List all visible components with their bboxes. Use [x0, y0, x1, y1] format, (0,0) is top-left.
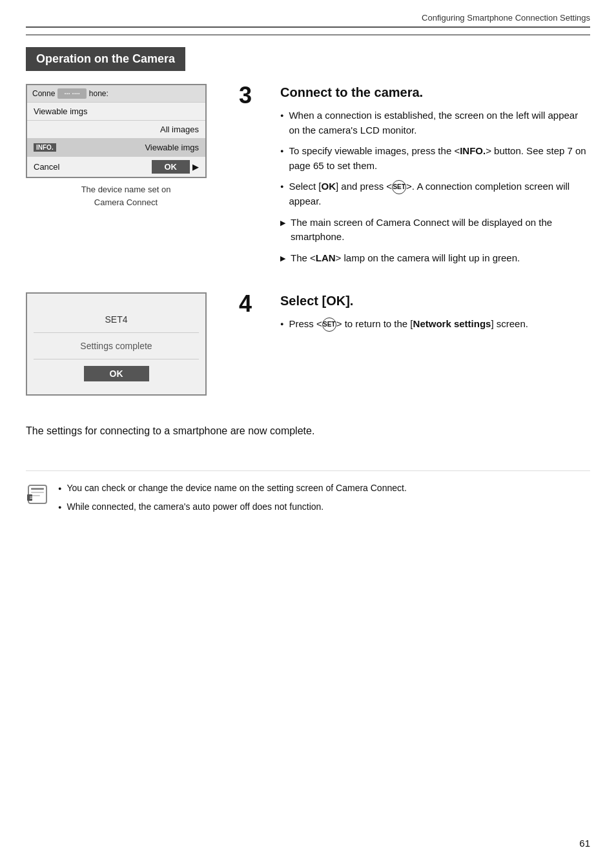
settings-ok-button: OK: [84, 366, 149, 381]
note-content: You can check or change the device name …: [58, 481, 590, 519]
step-4-number: 4: [239, 292, 262, 316]
svg-rect-2: [31, 492, 44, 493]
lan-text: LAN: [316, 252, 336, 263]
page-header: Configuring Smartphone Connection Settin…: [26, 13, 590, 28]
note-box: ≡ You can check or change the device nam…: [26, 470, 590, 519]
title-prefix: Conne: [32, 89, 55, 98]
bullet-3-3: Select [OK] and press <SET>. A connectio…: [280, 179, 590, 209]
svg-text:≡: ≡: [30, 495, 33, 501]
camera-screen-mockup: Conne ··· ···· hone: Viewable imgs All i…: [26, 84, 207, 178]
step-3-number: 3: [239, 84, 262, 107]
camera-screen-footer: Cancel OK ▶: [27, 156, 205, 177]
note-item-1: You can check or change the device name …: [58, 481, 590, 495]
step-3-title: Connect to the camera.: [280, 84, 590, 101]
settings-screen-mockup: SET4 Settings complete OK: [26, 292, 207, 396]
camera-screen-caption: The device name set on Camera Connect: [26, 183, 226, 208]
info-viewable-row: INFO. Viewable imgs: [27, 138, 205, 156]
bullet-4-1: Press <SET> to return to the [Network se…: [280, 317, 590, 332]
summary-text: The settings for connecting to a smartph…: [26, 423, 590, 439]
info-badge: INFO.: [34, 143, 56, 152]
step-3-right: Connect to the camera. When a connection…: [280, 84, 590, 272]
section-title: Operation on the Camera: [26, 47, 185, 71]
camera-screen-title-bar: Conne ··· ···· hone:: [27, 85, 205, 102]
step-4-right: Select [OK]. Press <SET> to return to th…: [280, 292, 590, 338]
step-3-bullets: When a connection is established, the sc…: [280, 108, 590, 265]
device-name-bar: ··· ····: [57, 88, 86, 99]
step-4-left: SET4 Settings complete OK: [26, 292, 226, 396]
set-icon-2: SET: [322, 318, 336, 332]
set-icon-1: SET: [392, 180, 406, 194]
bullet-3-5: The <LAN> lamp on the camera will light …: [280, 251, 590, 266]
step-3-left: Conne ··· ···· hone: Viewable imgs All i…: [26, 84, 226, 208]
step-4-bullets: Press <SET> to return to the [Network se…: [280, 317, 590, 332]
note-item-2: While connected, the camera's auto power…: [58, 500, 590, 514]
step-4: SET4 Settings complete OK 4 Select [OK].…: [26, 292, 590, 396]
ok-button-screen: OK: [152, 160, 190, 174]
title-suffix: hone:: [89, 89, 108, 98]
bullet-3-4: The main screen of Camera Connect will b…: [280, 216, 590, 245]
header-title: Configuring Smartphone Connection Settin…: [422, 13, 590, 23]
page-number: 61: [579, 838, 590, 849]
step-4-title: Select [OK].: [280, 292, 590, 309]
svg-rect-1: [31, 488, 44, 490]
note-icon: ≡: [26, 483, 49, 506]
bullet-3-1: When a connection is established, the sc…: [280, 108, 590, 137]
viewable-imgs-row: Viewable imgs: [27, 102, 205, 120]
note-list: You can check or change the device name …: [58, 481, 590, 514]
step-3: Conne ··· ···· hone: Viewable imgs All i…: [26, 84, 590, 272]
settings-ok-row: OK: [34, 359, 199, 388]
all-images-row: All images: [27, 120, 205, 138]
settings-name: SET4: [34, 307, 199, 333]
bullet-3-2: To specify viewable images, press the <I…: [280, 144, 590, 173]
note-icon-svg: ≡: [26, 483, 49, 506]
settings-status: Settings complete: [34, 333, 199, 359]
